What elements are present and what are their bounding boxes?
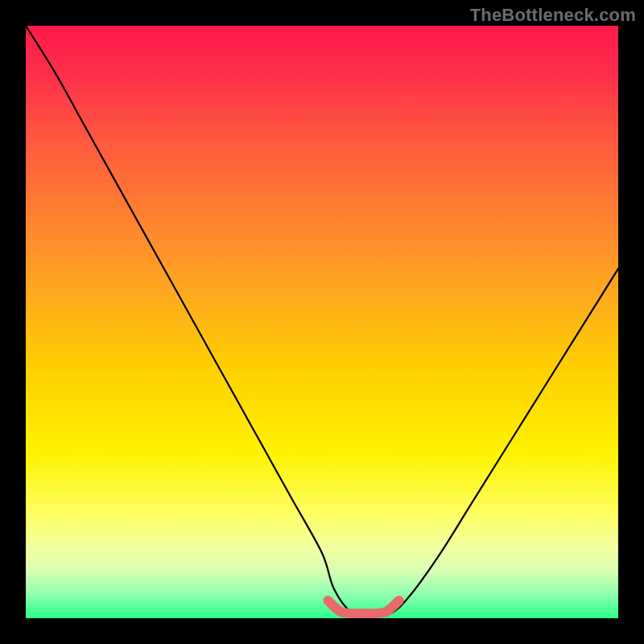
bottleneck-curve: [26, 26, 618, 614]
watermark-text: TheBottleneck.com: [470, 5, 636, 26]
plot-area: [26, 26, 618, 618]
chart-frame: TheBottleneck.com: [0, 0, 644, 644]
chart-svg: [26, 26, 618, 618]
trough-highlight: [328, 601, 398, 613]
